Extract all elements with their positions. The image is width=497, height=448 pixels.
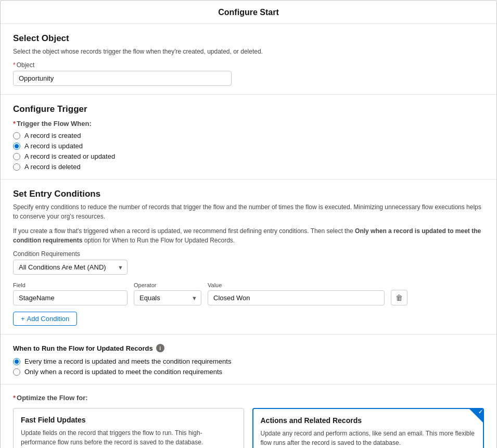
entry-conditions-desc2: If you create a flow that's triggered wh… bbox=[13, 226, 484, 245]
when-to-run-title: When to Run the Flow for Updated Records… bbox=[13, 344, 484, 352]
condition-requirements-label: Condition Requirements bbox=[13, 250, 484, 258]
trigger-required-marker: * bbox=[13, 120, 16, 127]
condition-value-group: Value bbox=[208, 282, 385, 305]
trigger-flow-when-label: *Trigger the Flow When: bbox=[13, 120, 484, 127]
trigger-option-1[interactable]: A record is created bbox=[13, 132, 484, 139]
configure-trigger-section: Configure Trigger *Trigger the Flow When… bbox=[1, 95, 496, 180]
object-required-marker: * bbox=[13, 61, 16, 69]
entry-conditions-desc1: Specify entry conditions to reduce the n… bbox=[13, 202, 484, 221]
delete-condition-button[interactable]: 🗑 bbox=[391, 290, 407, 305]
run-label-1: Every time a record is updated and meets… bbox=[24, 357, 231, 365]
run-option-1[interactable]: Every time a record is updated and meets… bbox=[13, 357, 484, 365]
optimize-card-fast-field-updates[interactable]: Fast Field Updates Update fields on the … bbox=[13, 408, 244, 448]
trigger-option-3[interactable]: A record is created or updated bbox=[13, 152, 484, 160]
operator-col-label: Operator bbox=[134, 282, 201, 288]
select-object-desc: Select the object whose records trigger … bbox=[13, 47, 484, 56]
operator-select-wrapper: Equals Not Equal To Contains Starts With… bbox=[134, 290, 201, 305]
add-condition-button[interactable]: + Add Condition bbox=[13, 312, 77, 326]
object-input[interactable] bbox=[13, 71, 232, 86]
condition-operator-group: Operator Equals Not Equal To Contains St… bbox=[134, 282, 201, 305]
selected-card-badge: ✓ bbox=[469, 409, 483, 423]
trigger-label-2: A record is updated bbox=[24, 142, 83, 150]
condition-value-input[interactable] bbox=[208, 290, 385, 305]
run-radio-1[interactable] bbox=[13, 358, 20, 365]
configure-start-modal: Configure Start Select Object Select the… bbox=[0, 0, 497, 448]
trigger-radio-3[interactable] bbox=[13, 153, 20, 160]
fast-field-updates-desc: Update fields on the record that trigger… bbox=[21, 428, 236, 447]
fast-field-updates-title: Fast Field Updates bbox=[21, 416, 236, 424]
condition-requirements-select[interactable]: All Conditions Are Met (AND) Any Conditi… bbox=[13, 260, 128, 275]
configure-trigger-title: Configure Trigger bbox=[13, 104, 484, 114]
trash-icon: 🗑 bbox=[396, 293, 403, 302]
trigger-radio-2[interactable] bbox=[13, 143, 20, 150]
condition-requirements-wrapper: All Conditions Are Met (AND) Any Conditi… bbox=[13, 260, 128, 275]
field-col-label: Field bbox=[13, 282, 128, 288]
entry-conditions-section: Set Entry Conditions Specify entry condi… bbox=[1, 180, 496, 335]
trigger-radio-group: A record is created A record is updated … bbox=[13, 132, 484, 171]
plus-icon: + bbox=[21, 315, 25, 323]
optimize-card-actions-related[interactable]: Actions and Related Records Update any r… bbox=[252, 408, 485, 448]
actions-related-title: Actions and Related Records bbox=[261, 416, 476, 425]
select-object-section: Select Object Select the object whose re… bbox=[1, 24, 496, 95]
when-to-run-radio-group: Every time a record is updated and meets… bbox=[13, 357, 484, 376]
run-radio-2[interactable] bbox=[13, 368, 20, 376]
trigger-radio-4[interactable] bbox=[13, 163, 20, 171]
trigger-label-1: A record is created bbox=[24, 132, 81, 139]
condition-operator-select[interactable]: Equals Not Equal To Contains Starts With bbox=[134, 290, 201, 305]
trigger-option-4[interactable]: A record is deleted bbox=[13, 163, 484, 171]
optimize-label: *Optimize the Flow for: bbox=[13, 394, 484, 402]
optimize-section: *Optimize the Flow for: Fast Field Updat… bbox=[1, 385, 496, 448]
optimize-required-marker: * bbox=[13, 394, 16, 402]
condition-field-input[interactable] bbox=[13, 290, 128, 305]
checkmark-icon: ✓ bbox=[478, 409, 482, 415]
when-to-run-section: When to Run the Flow for Updated Records… bbox=[1, 335, 496, 385]
condition-row: Field Operator Equals Not Equal To Conta… bbox=[13, 282, 484, 305]
run-label-2: Only when a record is updated to meet th… bbox=[24, 368, 222, 376]
add-condition-label: Add Condition bbox=[27, 315, 70, 323]
modal-body: Select Object Select the object whose re… bbox=[1, 24, 496, 448]
actions-related-desc: Update any record and perform actions, l… bbox=[261, 429, 476, 447]
optimize-cards: Fast Field Updates Update fields on the … bbox=[13, 408, 484, 448]
modal-title: Configure Start bbox=[1, 1, 496, 24]
trigger-option-2[interactable]: A record is updated bbox=[13, 142, 484, 150]
run-option-2[interactable]: Only when a record is updated to meet th… bbox=[13, 368, 484, 376]
trigger-label-4: A record is deleted bbox=[24, 163, 81, 171]
condition-field-group: Field bbox=[13, 282, 128, 305]
entry-conditions-title: Set Entry Conditions bbox=[13, 189, 484, 199]
value-col-label: Value bbox=[208, 282, 385, 288]
trigger-radio-1[interactable] bbox=[13, 132, 20, 139]
object-field-label: *Object bbox=[13, 61, 484, 69]
when-to-run-info-icon[interactable]: i bbox=[156, 344, 164, 352]
trigger-label-3: A record is created or updated bbox=[24, 152, 115, 160]
select-object-title: Select Object bbox=[13, 33, 484, 44]
